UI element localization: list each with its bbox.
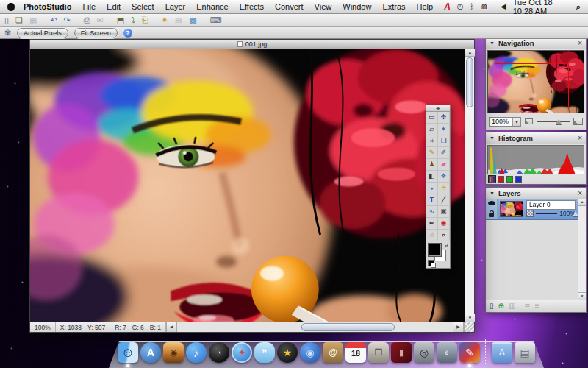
pencil-tool[interactable]: ✎ [426,147,438,159]
zoom-out-image-icon[interactable] [525,118,533,124]
delete-layer-button[interactable]: ▥ [509,302,515,310]
zoom-tool[interactable]: ⌕ [438,230,450,241]
volume-icon[interactable]: ◀ [501,3,506,10]
toolbar-open-icon[interactable]: ❏ [15,16,23,24]
layer-row-selected[interactable]: Layer-0 100% [486,199,578,220]
menubar-menu-select[interactable]: Select [132,2,154,11]
duplicate-layer-button[interactable]: ⊕ [498,302,504,310]
red-eye-tool[interactable]: ◉ [438,218,450,230]
channel-green[interactable] [506,176,513,183]
eraser-tool[interactable]: ▰ [438,159,450,171]
move-tool[interactable]: ✥ [438,112,450,124]
freehand-select-tool[interactable]: ▱ [426,124,438,135]
crop-tool[interactable]: ⌗ [426,135,438,147]
window-resize-grip[interactable] [464,322,474,332]
collapse-icon[interactable]: ▼ [490,191,495,196]
menubar-menu-edit[interactable]: Edit [107,2,121,11]
text-tool[interactable]: T [426,194,438,206]
dock-front-row[interactable]: ▮ [391,342,412,363]
zoom-in-image-icon[interactable] [573,118,583,125]
dock-trash[interactable]: ▤ [514,342,535,363]
image-canvas[interactable] [30,49,465,322]
dock-dvd-player[interactable]: ◎ [414,342,434,363]
clone-stamp-tool[interactable]: ♟ [426,159,438,171]
layer-name-field[interactable]: Layer-0 [526,200,576,210]
foreground-color-swatch[interactable] [429,244,441,256]
dock-ichat[interactable]: ❞ [254,342,275,363]
toolbar-save-icon[interactable]: ▦ [29,16,37,24]
dock-photo-booth[interactable]: ❐ [368,342,389,363]
collapse-icon[interactable]: ▼ [490,40,495,46]
channel-blue[interactable] [515,176,522,183]
channel-all[interactable] [489,176,495,183]
toolbar-email-icon[interactable]: ✉ [97,16,104,24]
swap-colors-icon[interactable]: ⇄ [445,243,448,248]
layers-scrollbar[interactable]: ▲ ▼ [578,199,586,300]
arcsoft-logo-icon[interactable]: A [444,2,451,11]
histogram-header[interactable]: ▼ Histogram × [486,132,586,144]
toolbar-capture-icon[interactable]: ⬒ [117,16,124,24]
hand-tool[interactable]: ☝ [426,230,438,241]
dock-itunes[interactable]: ♪ [186,342,207,363]
horizontal-scroll-thumb[interactable] [301,323,395,331]
dock-imovie[interactable]: ★ [277,342,298,363]
vertical-scroll-thumb[interactable] [466,57,473,107]
bluetooth-icon[interactable]: ᛒ [470,3,475,10]
dock-app-store[interactable]: A [140,342,161,363]
zoom-select[interactable]: 100% ▼ [489,117,521,127]
default-colors-icon[interactable] [428,260,434,266]
toolbar-auto-enhance-icon[interactable]: ✴ [162,16,168,24]
dock-finder[interactable]: ☺ [118,342,138,363]
opacity-slider[interactable] [536,210,557,217]
toolbar-redo-icon[interactable]: ↷ [64,16,71,24]
line-tool[interactable]: ╱ [438,194,450,206]
transparency-icon[interactable] [526,210,534,217]
toolbar-print-icon[interactable]: ⎙ [84,16,90,24]
layers-header[interactable]: ▼ Layers × [486,188,586,199]
clock-icon[interactable]: ◷ [457,3,464,10]
zoom-slider-thumb[interactable] [556,119,562,124]
toolbar-keyboard-icon[interactable]: ⌨ [210,16,222,24]
toolbar-undo-icon[interactable]: ↶ [50,16,57,24]
dock-ical[interactable]: 18 [345,342,366,363]
transform-tool[interactable]: ❒ [438,135,450,147]
menu-photostudio[interactable]: PhotoStudio [24,2,71,11]
zoom-slider[interactable] [537,118,570,125]
menubar-menu-enhance[interactable]: Enhance [196,2,228,11]
navigation-header[interactable]: ▼ Navigation × [486,38,586,49]
vertical-scrollbar[interactable]: ▲ ▼ [465,49,474,322]
dock-applications-folder[interactable]: A [492,342,512,363]
menubar-menu-help[interactable]: Help [417,2,434,11]
menubar-menu-layer[interactable]: Layer [165,2,186,11]
scroll-down-arrow[interactable]: ▼ [465,314,475,322]
layer-thumbnail[interactable] [500,201,523,217]
wifi-icon[interactable]: ⋒ [481,3,487,10]
help-button[interactable]: ? [123,29,132,38]
scroll-down-arrow[interactable]: ▼ [578,292,586,300]
visibility-eye-icon[interactable] [488,201,495,205]
palette-drag-handle[interactable]: ◂▸ [426,105,450,112]
spotlight-icon[interactable]: ⌕ [576,2,581,12]
rect-select-tool[interactable]: ▭ [426,112,438,124]
scroll-right-arrow[interactable]: ▶ [453,322,464,332]
menubar-menu-effects[interactable]: Effects [240,2,264,11]
navigation-view-rectangle[interactable] [495,63,569,107]
toolbar-new-file-icon[interactable]: ▯ [4,16,9,24]
scroll-up-arrow[interactable]: ▲ [578,199,586,206]
close-icon[interactable]: × [578,135,582,142]
paint-bucket-tool[interactable]: ❖ [438,171,450,183]
scroll-left-arrow[interactable]: ◀ [166,322,177,332]
fit-screen-button[interactable]: Fit Screen [74,28,118,38]
dock-safari[interactable]: ✦ [232,342,252,363]
eyedropper-tool[interactable]: ✒ [426,218,438,230]
toolbar-collage-icon[interactable]: ▩ [189,16,196,24]
sharpen-tool[interactable]: ☀ [438,183,450,194]
toolbar-paste-icon[interactable]: ⎗ [142,16,148,24]
dock-divider[interactable] [482,338,490,363]
dock-airport-utility[interactable]: ⌖ [437,342,457,363]
actual-pixels-button[interactable]: Actual Pixels [17,28,68,38]
menubar-menu-convert[interactable]: Convert [275,2,304,11]
scroll-up-arrow[interactable]: ▲ [465,49,475,57]
smudge-tool[interactable]: ∿ [426,206,438,218]
menubar-menu-window[interactable]: Window [343,2,371,11]
